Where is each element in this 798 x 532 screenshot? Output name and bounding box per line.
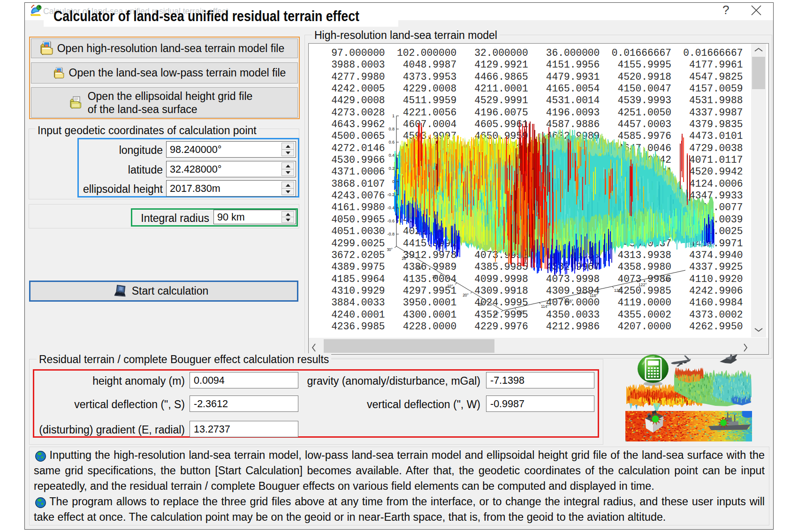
svg-text:114°: 114° bbox=[541, 304, 549, 309]
svg-text:16°: 16° bbox=[493, 312, 499, 316]
svg-text:0.6: 0.6 bbox=[388, 140, 395, 144]
svg-text:-0.6: -0.6 bbox=[387, 219, 395, 223]
svg-text:24°: 24° bbox=[432, 274, 438, 279]
svg-text:1: 1 bbox=[392, 114, 395, 118]
svg-text:112°: 112° bbox=[517, 310, 524, 314]
svg-text:18°: 18° bbox=[478, 302, 484, 307]
svg-text:0.8: 0.8 bbox=[388, 127, 395, 131]
svg-text:0.4: 0.4 bbox=[388, 153, 395, 158]
svg-text:20°: 20° bbox=[463, 293, 469, 297]
svg-text:26°: 26° bbox=[417, 266, 423, 270]
svg-text:28°: 28° bbox=[402, 256, 408, 261]
svg-text:0.2: 0.2 bbox=[388, 166, 395, 171]
svg-text:22°: 22° bbox=[447, 284, 453, 289]
svg-text:124°: 124° bbox=[663, 277, 671, 282]
svg-text:118°: 118° bbox=[590, 293, 598, 298]
svg-text:0: 0 bbox=[392, 179, 395, 184]
svg-text:120°: 120° bbox=[614, 288, 623, 293]
svg-text:116°: 116° bbox=[565, 299, 573, 304]
svg-text:30°: 30° bbox=[387, 247, 393, 252]
svg-text:-0.8: -0.8 bbox=[387, 232, 395, 236]
svg-text:122°: 122° bbox=[638, 282, 647, 287]
svg-text:-0.4: -0.4 bbox=[387, 205, 395, 210]
svg-text:-0.2: -0.2 bbox=[387, 192, 395, 197]
